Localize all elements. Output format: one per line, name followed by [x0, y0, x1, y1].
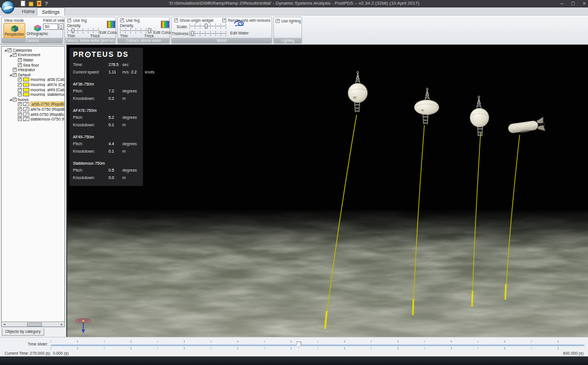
ribbon-tab-bar: Home Settings — [0, 7, 588, 15]
density-above-thumb[interactable] — [148, 28, 151, 33]
tree-item-mooring-af47e-cable[interactable]: mooring_af47e [Cable] — [2, 82, 64, 87]
visibility-checkbox[interactable] — [18, 83, 22, 87]
scene-canvas[interactable] — [67, 45, 588, 337]
maximize-button[interactable]: □ — [571, 0, 574, 7]
close-button[interactable]: × — [583, 0, 586, 7]
scroll-left-icon[interactable]: ◄ — [2, 322, 7, 327]
tree-item-label: Categories — [13, 48, 32, 52]
perspective-label: Perspective — [5, 32, 24, 36]
thickness-thumb[interactable] — [191, 31, 194, 36]
use-fog-below-checkbox[interactable]: Use fog — [67, 18, 87, 22]
use-fog-above-checkbox[interactable]: Use fog — [120, 18, 140, 22]
rainbow-icon — [107, 21, 115, 28]
visibility-checkbox[interactable] — [18, 63, 22, 67]
visibility-checkbox[interactable] — [18, 77, 22, 81]
tree-item-af47e-0750-rigidbody[interactable]: af47e-0750 [RigidBody] — [2, 107, 64, 112]
fov-spinner[interactable]: 50 ▲▼ ° — [43, 24, 66, 30]
app-logo-icon[interactable] — [1, 1, 14, 14]
fov-spin-arrows[interactable]: ▲▼ — [59, 24, 64, 30]
perspective-button[interactable]: Perspective — [3, 23, 25, 38]
tab-settings[interactable]: Settings — [37, 7, 65, 15]
hud-row-value: 0.1 — [109, 148, 122, 156]
tree-item-stablemoor-0750-rigid[interactable]: stablemoor-0750 [Rigid — [2, 117, 64, 122]
thin-above-label: Thin — [120, 34, 128, 38]
checkbox-icon[interactable] — [222, 18, 226, 22]
use-lighting-checkbox[interactable]: Use lighting — [276, 19, 301, 23]
visibility-checkbox[interactable] — [18, 88, 22, 92]
expander-icon[interactable]: ◢ — [9, 72, 13, 77]
objects-tree-panel: ◢Categories◢EnvironmentWaterSea floorInt… — [1, 46, 65, 327]
world-group-footer: World — [172, 38, 272, 43]
tree-item-integrator[interactable]: Integrator — [2, 67, 64, 72]
visibility-checkbox[interactable] — [18, 102, 22, 106]
visibility-checkbox[interactable] — [13, 73, 17, 77]
viewport-3d[interactable]: PR TEUS DS Time:278.5secCurrent speed:1.… — [67, 45, 588, 337]
expander-icon[interactable]: ◢ — [9, 53, 13, 57]
hud-row-label: Knockdown: — [73, 174, 109, 182]
time-slider-track[interactable] — [51, 344, 585, 346]
colours-below-footer: Colours, below water (and no water) — [65, 38, 115, 43]
rigidbody-swatch-icon[interactable] — [23, 102, 29, 106]
render-nets-checkbox[interactable]: Render nets with textures — [222, 18, 270, 22]
checkbox-icon[interactable] — [174, 18, 178, 22]
minimize-button[interactable]: – — [560, 0, 563, 7]
expander-icon[interactable]: ◢ — [9, 97, 13, 102]
scroll-right-icon[interactable]: ► — [59, 322, 64, 327]
tree-item-categories[interactable]: ◢Categories — [2, 48, 64, 53]
tree-item-buoys[interactable]: ◢buoys — [2, 97, 64, 102]
visibility-checkbox[interactable] — [13, 53, 17, 57]
render-nets-label: Render nets with textures — [228, 18, 270, 22]
expander-icon[interactable]: ◢ — [3, 48, 7, 52]
density-above-slider[interactable] — [120, 28, 153, 33]
anchor-chain-af47e — [413, 299, 413, 315]
tree-horizontal-scrollbar[interactable]: ◄ ► — [2, 321, 64, 327]
tree-item-mooring-af36-cable[interactable]: mooring_af36 [Cable] — [2, 77, 64, 83]
tree-item-af36-0750-rigidbody[interactable]: af36-0750 [RigidBody] — [2, 102, 64, 107]
visibility-checkbox[interactable] — [18, 117, 22, 121]
tree-item-mooring-stablemoor-c[interactable]: mooring_stablemoor [C — [2, 92, 64, 97]
tree-item-water[interactable]: Water — [2, 57, 64, 63]
checkbox-icon[interactable] — [276, 19, 280, 23]
cable-colour-swatch[interactable] — [23, 83, 29, 87]
time-range-max: 600.000 (s) — [563, 351, 583, 355]
checkbox-icon[interactable] — [67, 18, 71, 22]
cable-colour-swatch[interactable] — [23, 77, 29, 81]
checkbox-icon[interactable] — [120, 18, 124, 22]
visibility-checkbox[interactable] — [13, 98, 17, 102]
visibility-checkbox[interactable] — [18, 112, 22, 117]
tab-home[interactable]: Home — [17, 7, 40, 15]
time-slider-ticks-top — [51, 340, 585, 343]
visibility-checkbox[interactable] — [13, 68, 17, 72]
density-below-thumb[interactable] — [72, 28, 75, 33]
hud-row-label: Time: — [73, 61, 109, 69]
tree-item-label: mooring_stablemoor [C — [30, 92, 64, 96]
rigidbody-swatch-icon[interactable] — [23, 117, 29, 121]
thickness-slider[interactable] — [189, 31, 226, 36]
density-below-slider[interactable] — [67, 28, 99, 33]
show-origin-widget-checkbox[interactable]: Show origin widget — [174, 18, 214, 22]
tree-item-environment[interactable]: ◢Environment — [2, 53, 64, 58]
hud-row: Current speed:1.11m/s2.2knots — [73, 69, 140, 76]
tree-item-mooring-af49-cable[interactable]: mooring_af49 [Cable] — [2, 87, 64, 92]
tree-item-af49-0750-rigidbody[interactable]: af49-0750 [RigidBody] — [2, 112, 64, 117]
tree-item-sea-floor[interactable]: Sea floor — [2, 63, 64, 68]
visibility-checkbox[interactable] — [18, 107, 22, 111]
bottom-status-strip — [0, 356, 588, 365]
visibility-checkbox[interactable] — [7, 48, 11, 52]
cable-colour-swatch[interactable] — [23, 88, 29, 92]
scrollbar-thumb[interactable] — [27, 323, 42, 327]
objects-by-category-tab[interactable]: Objects by category — [2, 328, 44, 336]
scale-slider[interactable] — [189, 24, 226, 29]
rigidbody-swatch-icon[interactable] — [23, 107, 29, 111]
visibility-checkbox[interactable] — [18, 92, 22, 96]
proteus-ds-logo: PR TEUS DS — [73, 51, 140, 59]
visibility-checkbox[interactable] — [18, 58, 22, 62]
rigidbody-swatch-icon[interactable] — [23, 112, 29, 117]
cable-colour-swatch[interactable] — [23, 92, 29, 96]
tree-item-label: Sea floor — [23, 63, 39, 67]
tree-item-default[interactable]: ◢Default — [2, 72, 64, 77]
hud-row-unit: m — [122, 174, 126, 182]
fov-value[interactable]: 50 — [43, 24, 58, 30]
scale-thumb[interactable] — [204, 24, 207, 29]
logo-text-post: TEUS — [91, 51, 114, 59]
